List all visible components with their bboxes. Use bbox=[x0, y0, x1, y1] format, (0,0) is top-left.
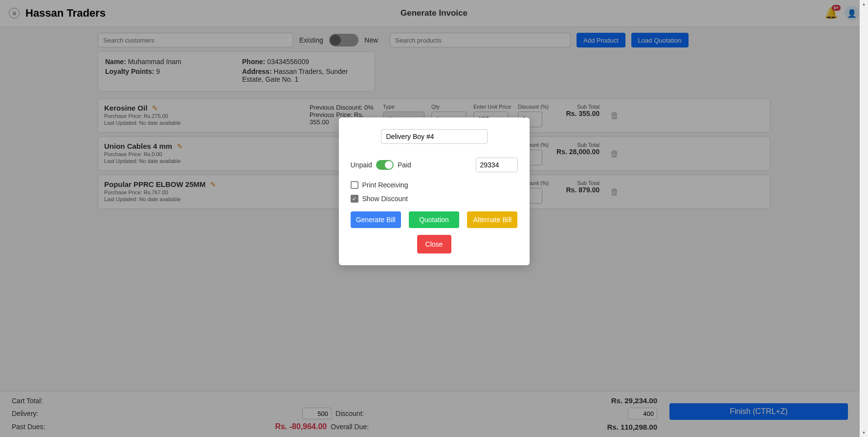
show-discount-checkbox[interactable]: ✓ bbox=[351, 195, 358, 203]
modal-overlay: Unpaid Paid Print Receiving ✓ Show Disco… bbox=[0, 0, 868, 437]
generate-bill-button[interactable]: Generate Bill bbox=[351, 211, 401, 228]
print-receiving-label: Print Receiving bbox=[362, 181, 408, 189]
invoice-modal: Unpaid Paid Print Receiving ✓ Show Disco… bbox=[339, 117, 530, 265]
unpaid-label: Unpaid bbox=[351, 161, 372, 169]
scrollbar[interactable]: ▲ ▼ bbox=[860, 0, 868, 437]
paid-toggle[interactable] bbox=[376, 160, 394, 170]
scroll-down-icon[interactable]: ▼ bbox=[860, 429, 868, 437]
delivery-boy-input[interactable] bbox=[381, 129, 488, 144]
alternate-bill-button[interactable]: Alternate Bill bbox=[467, 211, 517, 228]
print-receiving-checkbox[interactable] bbox=[351, 181, 358, 189]
amount-input[interactable] bbox=[476, 158, 518, 172]
paid-label: Paid bbox=[398, 161, 411, 169]
show-discount-label: Show Discount bbox=[362, 195, 408, 203]
close-button[interactable]: Close bbox=[417, 235, 451, 253]
scroll-up-icon[interactable]: ▲ bbox=[860, 0, 868, 8]
quotation-button[interactable]: Quotation bbox=[409, 211, 459, 228]
